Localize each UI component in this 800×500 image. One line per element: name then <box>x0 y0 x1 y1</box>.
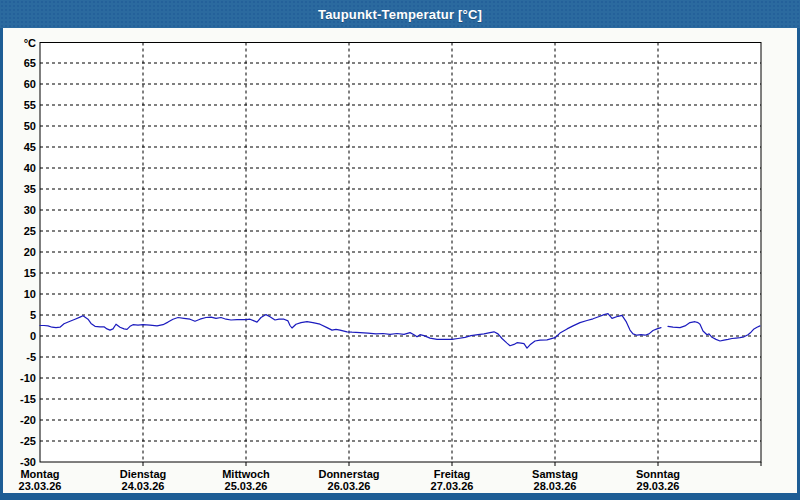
day-name-label: Freitag <box>434 468 471 480</box>
y-axis-tick-label: -10 <box>20 372 36 384</box>
day-name-label: Samstag <box>532 468 578 480</box>
window-border-left <box>0 28 3 500</box>
y-axis-tick-label: -5 <box>26 351 36 363</box>
day-name-label: Donnerstag <box>318 468 379 480</box>
y-axis-tick-label: 0 <box>30 330 36 342</box>
y-axis-tick-label: 25 <box>24 225 36 237</box>
y-axis-tick-label: 35 <box>24 183 36 195</box>
y-axis-tick-label: 45 <box>24 141 36 153</box>
day-date-label: 25.03.26 <box>225 480 268 492</box>
day-name-label: Montag <box>20 468 59 480</box>
y-axis-tick-label: 20 <box>24 246 36 258</box>
day-date-label: 28.03.26 <box>534 480 577 492</box>
y-axis-tick-label: 65 <box>24 57 36 69</box>
day-name-label: Dienstag <box>120 468 166 480</box>
y-axis-tick-label: 5 <box>30 309 36 321</box>
y-axis-tick-label: 10 <box>24 288 36 300</box>
day-date-label: 24.03.26 <box>122 480 165 492</box>
y-axis-tick-label: 40 <box>24 162 36 174</box>
day-date-label: 27.03.26 <box>431 480 474 492</box>
y-axis-tick-label: -20 <box>20 414 36 426</box>
y-axis-tick-label: 50 <box>24 120 36 132</box>
y-axis-tick-label: 30 <box>24 204 36 216</box>
y-axis-tick-label: 15 <box>24 267 36 279</box>
y-axis-tick-label: -15 <box>20 393 36 405</box>
y-axis-tick-label: 55 <box>24 99 36 111</box>
day-name-label: Sonntag <box>636 468 680 480</box>
day-date-label: 23.03.26 <box>19 480 62 492</box>
chart-svg: 65605550454035302520151050-5-10-15-20-25… <box>0 0 800 500</box>
y-axis-unit-label: °C <box>24 37 36 49</box>
app-window: Taupunkt-Temperatur [°C] 656055504540353… <box>0 0 800 500</box>
day-date-label: 29.03.26 <box>637 480 680 492</box>
window-border-bottom <box>0 493 800 500</box>
day-name-label: Mittwoch <box>222 468 270 480</box>
y-axis-tick-label: -30 <box>20 456 36 468</box>
y-axis-tick-label: -25 <box>20 435 36 447</box>
day-date-label: 26.03.26 <box>328 480 371 492</box>
y-axis-tick-label: 60 <box>24 78 36 90</box>
